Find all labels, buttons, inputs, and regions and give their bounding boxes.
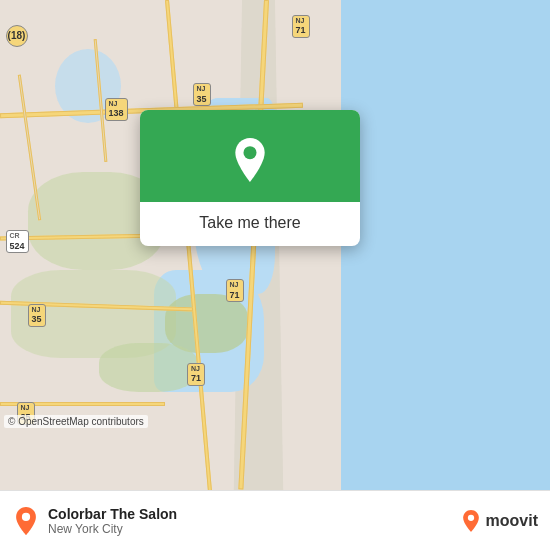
route-badge-nj35-mid: NJ35 [28, 304, 46, 327]
route-badge-cr524: CR524 [6, 230, 29, 253]
map-attribution: © OpenStreetMap contributors [4, 415, 148, 428]
moovit-brand-name: moovit [486, 512, 538, 530]
location-city: New York City [48, 522, 460, 536]
moovit-pin-icon [460, 510, 482, 532]
vegetation-4 [99, 343, 198, 392]
ocean-water [341, 0, 550, 490]
bottom-bar: Colorbar The Salon New York City moovit [0, 490, 550, 550]
map: NJ71 NJ35 NJ138 (18) CR524 NJ35 NJ71 NJ7… [0, 0, 550, 490]
svg-point-1 [22, 512, 30, 520]
svg-point-0 [243, 146, 256, 159]
bottom-location-icon [12, 507, 40, 535]
route-badge-nj138: NJ138 [105, 98, 128, 121]
popup-green-area [140, 110, 360, 202]
route-badge-nj71-mid: NJ71 [226, 279, 244, 302]
route-badge-nj71-low: NJ71 [187, 363, 205, 386]
route-badge-nj71-top: NJ71 [292, 15, 310, 38]
location-name: Colorbar The Salon [48, 506, 460, 522]
vegetation-3 [165, 294, 248, 353]
moovit-logo: moovit [460, 510, 538, 532]
bottom-text-area: Colorbar The Salon New York City [48, 506, 460, 536]
route-badge-18: (18) [6, 25, 28, 47]
popup-button-area[interactable]: Take me there [140, 202, 360, 246]
popup-card: Take me there [140, 110, 360, 246]
take-me-there-button[interactable]: Take me there [199, 214, 300, 232]
route-badge-nj35-upper: NJ35 [193, 83, 211, 106]
svg-point-2 [467, 514, 473, 520]
location-pin-icon [228, 138, 272, 182]
